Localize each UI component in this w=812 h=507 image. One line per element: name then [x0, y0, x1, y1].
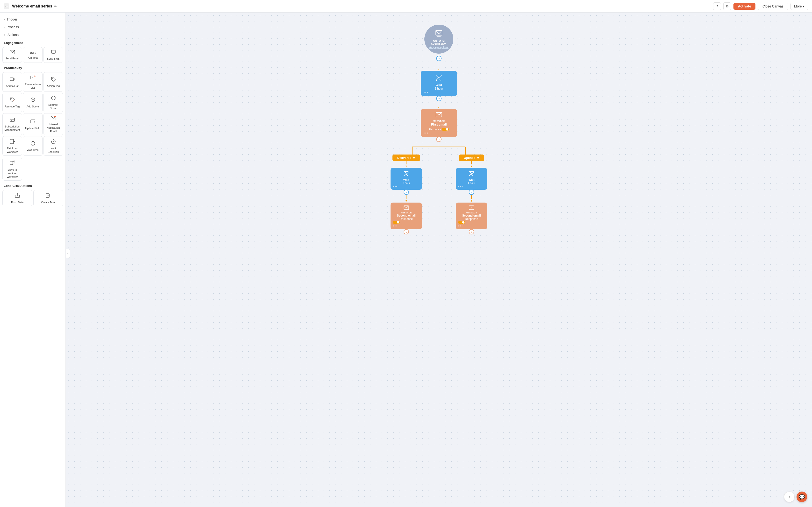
- message-opened-response[interactable]: Response: [458, 217, 485, 224]
- message-node-delivered[interactable]: MESSAGE Second email Response ∨: [391, 203, 422, 234]
- response-toggle-first[interactable]: [442, 128, 449, 131]
- sidebar-item-actions[interactable]: ∨ Actions: [0, 31, 65, 39]
- action-send-sms[interactable]: Send SMS: [44, 47, 63, 63]
- chat-widget[interactable]: 💬: [797, 492, 807, 502]
- wait-expand-btn-1[interactable]: ∨: [436, 96, 442, 101]
- branch-opened-chevron: ∨: [477, 156, 479, 160]
- wait-node-1[interactable]: Wait 1 hour ∨: [421, 71, 457, 101]
- arrow-2: ▾: [438, 106, 440, 109]
- add-to-list-label: Add to List: [6, 84, 18, 88]
- action-move-to-workflow[interactable]: Move to another Workflow: [2, 158, 22, 181]
- wait-opened-expand[interactable]: ∨: [469, 189, 474, 195]
- wait-condition-icon: [51, 139, 56, 146]
- scroll-top-button[interactable]: ↑: [784, 492, 795, 502]
- wait-dots-1[interactable]: [424, 92, 454, 93]
- svg-rect-43: [46, 193, 49, 198]
- sidebar-item-process[interactable]: › Process: [0, 23, 65, 31]
- message-delivered-dots[interactable]: [393, 225, 419, 226]
- sidebar: › Trigger › Process ∨ Actions Engagement…: [0, 12, 66, 507]
- branch-section: Delivered ∨ ▾ Wa: [73, 142, 805, 234]
- action-assign-tag[interactable]: Assign Tag: [44, 72, 63, 92]
- wait-delivered-dots[interactable]: [393, 186, 419, 187]
- remove-tag-label: Remove Tag: [5, 105, 20, 108]
- action-add-to-list[interactable]: Add to List: [2, 72, 22, 92]
- message-opened-expand[interactable]: ∨: [469, 229, 474, 234]
- branch-opened-btn[interactable]: Opened ∨: [459, 155, 484, 161]
- action-subscription-management[interactable]: Subscription Management: [2, 113, 22, 135]
- back-button[interactable]: ←: [4, 3, 9, 9]
- opened-arrow-2: ▾: [471, 199, 472, 203]
- push-data-icon: [15, 193, 20, 200]
- internal-notification-email-label: Internal Notification Email: [45, 123, 61, 133]
- response-toggle-delivered[interactable]: [393, 221, 400, 224]
- trigger-icon: [435, 30, 443, 39]
- message-node-opened[interactable]: MESSAGE Second email Response ∨: [456, 203, 487, 234]
- wait-node-1-box[interactable]: Wait 1 hour: [421, 71, 457, 96]
- connector-1: ▾: [438, 61, 440, 71]
- message-response-first[interactable]: Response: [424, 128, 454, 131]
- action-remove-tag[interactable]: Remove Tag: [2, 93, 22, 112]
- add-score-icon: [30, 97, 36, 104]
- action-create-task[interactable]: Create Task: [33, 190, 63, 206]
- title-text: Welcome email series: [12, 4, 52, 8]
- wait-node-opened[interactable]: Wait 1 hour ∨: [456, 168, 487, 195]
- action-wait-condition[interactable]: Wait Condition: [44, 136, 63, 156]
- action-internal-notification-email[interactable]: Internal Notification Email: [44, 113, 63, 135]
- wait-delivered-expand[interactable]: ∨: [404, 189, 409, 195]
- action-remove-from-list[interactable]: Remove from List: [23, 72, 43, 92]
- wait-delivered-label: Wait: [393, 178, 419, 181]
- settings-button[interactable]: ⚙: [723, 2, 731, 10]
- edit-title-icon[interactable]: ✏: [54, 4, 57, 8]
- collapse-sidebar-button[interactable]: ‹: [66, 249, 70, 258]
- more-button[interactable]: More ▾: [791, 3, 808, 10]
- action-push-data[interactable]: Push Data: [2, 190, 33, 206]
- process-label: Process: [6, 25, 19, 29]
- ab-test-icon: A/B: [30, 51, 36, 55]
- message-opened-dots[interactable]: [458, 225, 485, 226]
- wait-condition-label: Wait Condition: [45, 147, 61, 154]
- message-expand-btn-first[interactable]: ∨: [436, 137, 442, 142]
- action-update-field[interactable]: Update Field: [23, 113, 43, 135]
- activate-button[interactable]: Activate: [733, 3, 755, 10]
- engagement-category: Engagement: [0, 39, 65, 46]
- wait-opened-dots[interactable]: [458, 186, 485, 187]
- action-wait-time[interactable]: Wait Time: [23, 136, 43, 156]
- exit-from-workflow-label: Exit from Workflow: [4, 147, 20, 154]
- message-delivered-response[interactable]: Response: [393, 217, 419, 224]
- action-subtract-score[interactable]: Subtract Score: [44, 93, 63, 112]
- message-type-first: MESSAGE: [424, 120, 454, 123]
- workflow-canvas[interactable]: ON FORMSUBMISSION Any signup form ∨ ▾: [66, 12, 812, 507]
- response-label-delivered: Response: [400, 217, 413, 221]
- trigger-node-box[interactable]: ON FORMSUBMISSION Any signup form: [424, 24, 453, 54]
- action-exit-from-workflow[interactable]: Exit from Workflow: [2, 136, 22, 156]
- message-delivered-box[interactable]: MESSAGE Second email Response: [391, 203, 422, 229]
- add-score-label: Add Score: [27, 105, 39, 108]
- action-add-score[interactable]: Add Score: [23, 93, 43, 112]
- branch-delivered-btn[interactable]: Delivered ∨: [393, 155, 420, 161]
- message-dots-first[interactable]: [424, 132, 454, 133]
- refresh-button[interactable]: ↺: [713, 2, 721, 10]
- message-name-first: First email: [424, 123, 454, 126]
- branch-opened-label: Opened: [464, 156, 475, 160]
- wait-delivered-time: 1 hour: [393, 181, 419, 184]
- sidebar-item-trigger[interactable]: › Trigger: [0, 15, 65, 23]
- message-opened-box[interactable]: MESSAGE Second email Response: [456, 203, 487, 229]
- svg-point-23: [11, 120, 12, 121]
- message-node-first[interactable]: MESSAGE First email Response ∨: [421, 109, 457, 142]
- productivity-category: Productivity: [0, 64, 65, 71]
- wait-node-delivered[interactable]: Wait 1 hour ∨: [391, 168, 422, 195]
- wait-delivered-box[interactable]: Wait 1 hour: [391, 168, 422, 190]
- trigger-node[interactable]: ON FORMSUBMISSION Any signup form ∨: [424, 24, 453, 61]
- close-canvas-button[interactable]: Close Canvas: [758, 3, 788, 10]
- trigger-expand-btn[interactable]: ∨: [436, 56, 442, 61]
- chevron-down-icon: ∨: [4, 34, 6, 36]
- branch-delivered: Delivered ∨ ▾ Wa: [391, 155, 422, 234]
- action-ab-test[interactable]: A/B A/B Test: [23, 47, 43, 63]
- wait-opened-box[interactable]: Wait 1 hour: [456, 168, 487, 190]
- message-node-first-box[interactable]: MESSAGE First email Response: [421, 109, 457, 137]
- trigger-link[interactable]: Any signup form: [429, 46, 448, 49]
- message-delivered-expand[interactable]: ∨: [404, 229, 409, 234]
- response-toggle-opened[interactable]: [458, 221, 465, 224]
- wait-delivered-icon: [393, 171, 419, 177]
- action-send-email[interactable]: Send Email: [2, 47, 22, 63]
